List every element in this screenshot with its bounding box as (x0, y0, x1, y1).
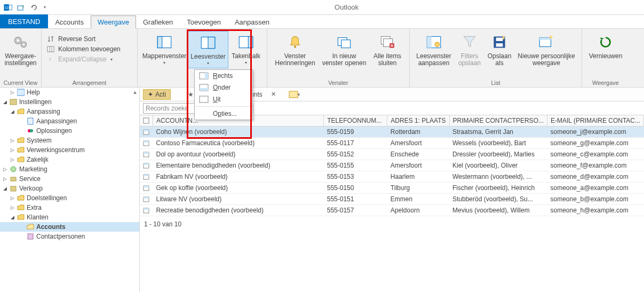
nav-extra[interactable]: ▷Extra (0, 203, 139, 212)
in-nieuw-venster-button[interactable]: In nieuw venster openen (320, 31, 369, 69)
qat-send-receive-icon[interactable] (17, 3, 26, 12)
menu-uit[interactable]: Uit (195, 93, 252, 105)
bell-icon (286, 33, 304, 51)
svg-rect-42 (11, 177, 16, 181)
nav-doelstellingen[interactable]: ▷Doelstellingen (0, 193, 139, 203)
table-row[interactable]: Elementaire benodigdheden (voorbeeld)555… (140, 160, 644, 171)
vernieuwen-button[interactable]: Vernieuwen (585, 31, 626, 62)
mappenvenster-button[interactable]: Mappenvenster ▾ (141, 31, 188, 67)
filters-opslaan-button[interactable]: Filters opslaan (455, 31, 484, 69)
sales-icon (9, 185, 18, 192)
nav-klanten[interactable]: ◢Klanten (0, 212, 139, 222)
table-row[interactable]: Dol op avontuur (voorbeeld)555-0152Ensch… (140, 149, 644, 160)
opslaan-als-button[interactable]: Opslaan als (484, 31, 514, 69)
nav-instellingen[interactable]: ◢Instellingen (0, 97, 139, 107)
navigation-pane[interactable]: ▲ ▷Help ◢Instellingen ◢Aanpassing ·Aanpa… (0, 88, 140, 292)
leesvenster-button[interactable]: Leesvenster ▾ (188, 31, 228, 68)
svg-point-17 (294, 45, 296, 48)
cell-tel: 555-0157 (324, 205, 387, 216)
nav-aanpassing[interactable]: ◢Aanpassing (0, 107, 139, 116)
svg-rect-50 (144, 141, 149, 143)
nav-oplossingen[interactable]: ·Oplossingen (0, 126, 139, 136)
settings-icon (9, 98, 18, 106)
table-row[interactable]: Contoso Farmaceutica (voorbeeld)555-0117… (140, 138, 644, 149)
cell-tel: 555-0117 (324, 138, 387, 149)
cell-plaats: Emmen (387, 194, 449, 205)
cell-contact: Mevius (voorbeeld), Willem (449, 205, 547, 216)
table-row[interactable]: Recreatie benodigdheden (voorbeeld)555-0… (140, 205, 644, 216)
nav-verkoop[interactable]: ◢Verkoop (0, 184, 139, 193)
cell-contact: Wessels (voorbeeld), Bart (449, 138, 547, 149)
col-email[interactable]: E-MAIL (PRIMAIRE CONTAC... (547, 115, 643, 127)
svg-point-7 (22, 44, 24, 45)
nav-scroll-up-icon[interactable]: ▲ (131, 88, 139, 96)
nav-contactpersonen[interactable]: ·Contactpersonen (0, 232, 139, 241)
nav-zakelijk[interactable]: ▷Zakelijk (0, 155, 139, 164)
tab-aanpassen[interactable]: Aanpassen (228, 15, 276, 28)
col-adres[interactable]: ADRES 1: PLAATS (387, 115, 449, 127)
cell-email: someone_h@example.com (547, 205, 643, 216)
nav-accounts[interactable]: ·Accounts (0, 222, 139, 232)
qat-customize-icon[interactable]: ▾ (44, 5, 46, 10)
svg-rect-46 (144, 118, 149, 123)
svg-point-25 (435, 42, 440, 47)
kolommen-toevoegen-button[interactable]: Kolommen toevoegen (45, 44, 134, 54)
leesvenster-aanpassen-button[interactable]: Leesvenster aanpassen (413, 31, 455, 69)
col-primaire[interactable]: PRIMAIRE CONTACTPERSO... (449, 115, 547, 127)
menu-rechts[interactable]: RRechtsechts (195, 70, 252, 82)
table-row[interactable]: Gek op koffie (voorbeeld)555-0150Tilburg… (140, 183, 644, 194)
tab-toevoegen[interactable]: Toevoegen (180, 15, 228, 28)
cell-tel: 555-0155 (324, 160, 387, 171)
tab-weergave[interactable]: Weergave (91, 15, 136, 29)
tab-grafieken[interactable]: Grafieken (136, 15, 180, 28)
nav-verwerkingscentrum[interactable]: ▷Verwerkingscentrum (0, 145, 139, 155)
record-icon (143, 151, 150, 157)
nieuwe-persoonlijke-weergave-button[interactable]: Nieuwe persoonlijke weergave (514, 31, 578, 69)
reverse-sort-button[interactable]: Reverse Sort (45, 34, 134, 44)
view-picker-icon[interactable] (289, 91, 300, 98)
folder-icon (17, 108, 25, 115)
svg-rect-54 (144, 163, 149, 165)
cell-name: Elementaire benodigdheden (voorbeeld) (153, 160, 324, 171)
record-icon (143, 173, 150, 180)
svg-rect-30 (539, 38, 551, 40)
svg-rect-19 (341, 40, 351, 48)
cell-name: Coho Wijnen (voorbeeld) (153, 127, 324, 138)
cell-plaats: Haarlem (387, 171, 449, 183)
qat-undo-icon[interactable] (30, 3, 38, 12)
cell-contact: Stubberöd (voorbeeld), Su... (449, 194, 547, 205)
svg-rect-35 (200, 96, 208, 102)
table-row[interactable]: Fabrikam NV (voorbeeld)555-0153HaarlemWe… (140, 171, 644, 183)
cell-name: Recreatie benodigdheden (voorbeeld) (153, 205, 324, 216)
venster-herinneringen-button[interactable]: Venster Herinneringen (271, 31, 320, 69)
cell-plaats: Apeldoorn (387, 205, 449, 216)
record-icon (143, 196, 150, 202)
takenbalk-button[interactable]: Takenbalk ▾ (228, 31, 264, 67)
expand-collapse-button: Expand/Collapse ▾ (45, 54, 134, 64)
svg-rect-3 (18, 6, 23, 10)
nav-service[interactable]: ▷Service (0, 174, 139, 184)
cell-tel: 555-0159 (324, 127, 387, 138)
table-row[interactable]: Coho Wijnen (voorbeeld)555-0159Rotterdam… (140, 127, 644, 138)
col-icon[interactable] (140, 115, 153, 127)
table-row[interactable]: Litware NV (voorbeeld)555-0151EmmenStubb… (140, 194, 644, 205)
tab-bestand[interactable]: BESTAND (0, 14, 48, 28)
svg-rect-14 (208, 37, 215, 48)
weergave-instellingen-button[interactable]: Weergave- instellingen (3, 31, 38, 69)
nav-aanpassingen[interactable]: ·Aanpassingen (0, 116, 139, 126)
col-telefoon[interactable]: TELEFOONNUM... (324, 115, 387, 127)
nav-help[interactable]: ▷Help (0, 88, 139, 97)
menu-opties[interactable]: Opties... (195, 108, 252, 120)
tab-accounts[interactable]: Accounts (48, 15, 90, 28)
nav-marketing[interactable]: ▷Marketing (0, 164, 139, 174)
alle-items-sluiten-button[interactable]: Alle items sluiten (369, 31, 406, 69)
cell-name: Litware NV (voorbeeld) (153, 194, 324, 205)
record-icon (143, 162, 150, 169)
weergave-instellingen-label: Weergave- instellingen (4, 53, 36, 67)
nav-systeem[interactable]: ▷Systeem (0, 136, 139, 145)
gears-icon (12, 33, 30, 51)
acties-button[interactable]: ✦ Acti (143, 89, 171, 100)
svg-rect-36 (17, 89, 25, 96)
menu-onder[interactable]: Onder (195, 82, 252, 93)
close-tab-icon[interactable]: ✕ (271, 91, 276, 98)
